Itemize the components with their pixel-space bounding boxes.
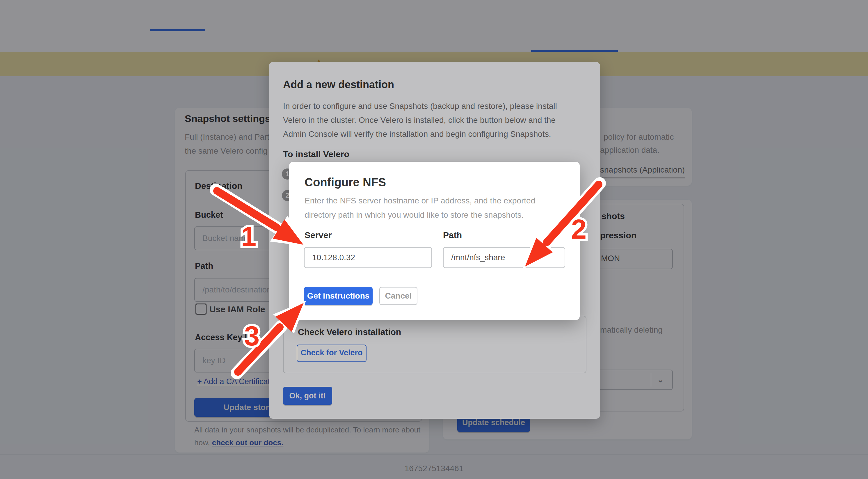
server-input[interactable]: [304, 247, 432, 268]
nfs-path-label: Path: [443, 230, 462, 240]
admin-console-screen: ☸ Application GitOps Snapshots Full Snap…: [0, 0, 868, 479]
server-label: Server: [305, 230, 332, 240]
nfs-description-line1: Enter the NFS server hostname or IP addr…: [305, 196, 535, 205]
configure-nfs-modal: Configure NFS Enter the NFS server hostn…: [289, 162, 580, 320]
configure-nfs-title: Configure NFS: [305, 176, 386, 189]
cancel-button[interactable]: Cancel: [379, 287, 417, 305]
get-instructions-button[interactable]: Get instructions: [304, 287, 373, 305]
nfs-description-line2: directory path in which you would like t…: [305, 210, 524, 220]
nfs-path-input[interactable]: [443, 247, 565, 268]
